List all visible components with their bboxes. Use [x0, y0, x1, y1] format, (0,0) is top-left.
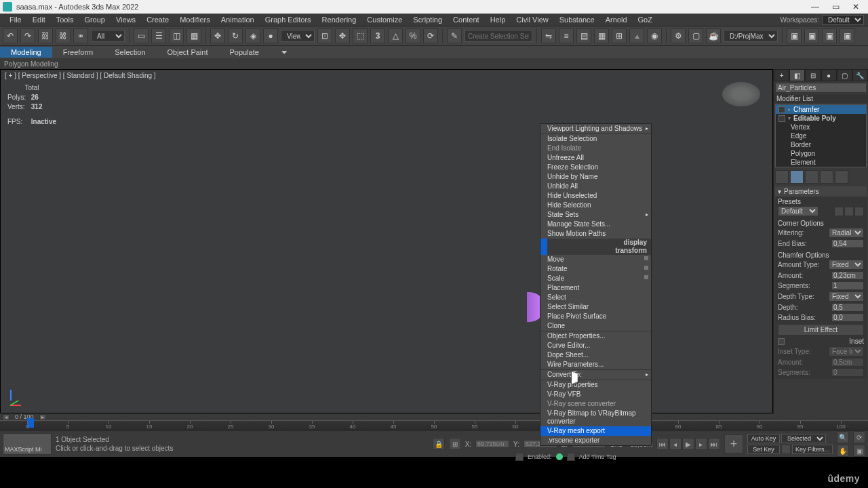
- ctx-unhide-by-name[interactable]: Unhide by Name: [540, 172, 651, 182]
- ctx-wire-params[interactable]: Wire Parameters...: [540, 360, 651, 369]
- keymode-button[interactable]: ⬚: [353, 28, 368, 43]
- extra1-button[interactable]: ▣: [787, 28, 802, 43]
- mitering-select[interactable]: Radial: [829, 228, 864, 238]
- ctx-curve-editor[interactable]: Curve Editor...: [540, 341, 651, 350]
- ctx-isolate[interactable]: Isolate Selection: [540, 134, 651, 144]
- select-button[interactable]: ▭: [134, 28, 149, 43]
- rbias-input[interactable]: [831, 313, 864, 322]
- menu-edit[interactable]: Edit: [27, 16, 51, 24]
- percent-snap-button[interactable]: %: [406, 28, 420, 43]
- ctx-vray-vfb[interactable]: V-Ray VFB: [540, 390, 651, 399]
- play-button[interactable]: ▶: [682, 438, 694, 450]
- nav-orbit-button[interactable]: ⟳: [853, 431, 865, 443]
- ctx-viewport-lighting[interactable]: Viewport Lighting and Shadows▸: [540, 124, 651, 134]
- ribbon-tab-selection[interactable]: Selection: [104, 47, 156, 58]
- ctx-convert-to[interactable]: Convert To:▸: [540, 370, 651, 380]
- ctx-hide-selection[interactable]: Hide Selection: [540, 201, 651, 210]
- cp-motion-tab[interactable]: ●: [821, 69, 837, 81]
- menu-create[interactable]: Create: [141, 16, 174, 24]
- timetag-button[interactable]: [567, 453, 575, 461]
- bind-button[interactable]: ⚭: [73, 28, 88, 43]
- timetag-label[interactable]: Add Time Tag: [579, 453, 616, 460]
- menu-customize[interactable]: Customize: [361, 16, 408, 24]
- ctx-placement[interactable]: Placement: [540, 283, 651, 293]
- layers-button[interactable]: ▤: [576, 28, 591, 43]
- region-button[interactable]: ◫: [169, 28, 184, 43]
- next-frame-button[interactable]: ▸: [695, 438, 707, 450]
- ctx-vray-properties[interactable]: V-Ray properties: [540, 380, 651, 390]
- abs-rel-button[interactable]: ⊞: [449, 438, 461, 450]
- menu-views[interactable]: Views: [111, 16, 141, 24]
- rotate-button[interactable]: ↻: [228, 28, 243, 43]
- ctx-clone[interactable]: Clone: [540, 321, 651, 331]
- menu-civilview[interactable]: Civil View: [511, 16, 553, 24]
- ctx-place-pivot[interactable]: Place Pivot Surface: [540, 312, 651, 321]
- depthtype-select[interactable]: Fixed: [829, 291, 864, 302]
- ribbon-tab-objectpaint[interactable]: Object Paint: [157, 47, 219, 58]
- autokey-button[interactable]: Auto Key: [747, 434, 780, 443]
- preset-save[interactable]: [844, 207, 854, 216]
- ctx-rotate[interactable]: Rotate: [540, 264, 651, 274]
- schematic-button[interactable]: ⟁: [629, 28, 644, 43]
- manipulate-button[interactable]: ✥: [335, 28, 350, 43]
- menu-tools[interactable]: Tools: [51, 16, 79, 24]
- preset-select[interactable]: Default: [778, 206, 818, 216]
- ribbon-toggle[interactable]: ⏷: [270, 47, 299, 58]
- endbias-input[interactable]: [831, 239, 864, 248]
- toggle1-button[interactable]: ▦: [594, 28, 609, 43]
- cp-utilities-tab[interactable]: 🔧: [852, 69, 868, 81]
- configure-sets-button[interactable]: [835, 170, 848, 184]
- menu-content[interactable]: Content: [448, 16, 485, 24]
- select-name-button[interactable]: ☰: [151, 28, 166, 43]
- parameters-header[interactable]: ▾Parameters: [775, 186, 867, 197]
- minimize-button[interactable]: —: [806, 1, 825, 13]
- window-crossing-button[interactable]: ▦: [186, 28, 201, 43]
- maxscript-listener[interactable]: MAXScript Mi: [3, 433, 52, 455]
- menu-modifiers[interactable]: Modifiers: [174, 16, 216, 24]
- preset-del[interactable]: [854, 207, 864, 216]
- setkey-button[interactable]: Set Key: [747, 445, 780, 454]
- menu-file[interactable]: File: [4, 16, 27, 24]
- menu-arnold[interactable]: Arnold: [600, 16, 633, 24]
- unlink-button[interactable]: ⛓̸: [56, 28, 71, 43]
- ctx-unhide-all[interactable]: Unhide All: [540, 182, 651, 191]
- nav-pan-button[interactable]: ✋: [837, 445, 849, 457]
- remove-modifier-button[interactable]: [820, 170, 833, 184]
- spinner-snap-button[interactable]: ⟳: [423, 28, 438, 43]
- ctx-state-sets[interactable]: State Sets▸: [540, 210, 651, 220]
- amount-input[interactable]: [831, 271, 864, 280]
- pin-stack-button[interactable]: [775, 170, 789, 184]
- ctx-vrscene-exporter[interactable]: .vrscene exporter: [540, 436, 651, 445]
- menu-goz[interactable]: GoZ: [633, 16, 658, 24]
- ctx-unfreeze-all[interactable]: Unfreeze All: [540, 153, 651, 163]
- render-frame-button[interactable]: ▢: [688, 28, 703, 43]
- selection-set-input[interactable]: [465, 30, 532, 42]
- redo-button[interactable]: ↷: [20, 28, 35, 43]
- menu-scripting[interactable]: Scripting: [408, 16, 448, 24]
- snap-button[interactable]: 3: [370, 28, 385, 43]
- undo-button[interactable]: ↶: [3, 28, 18, 43]
- mirror-button[interactable]: ⇋: [541, 28, 556, 43]
- ribbon-tab-modeling[interactable]: Modeling: [0, 47, 52, 58]
- angle-snap-button[interactable]: △: [388, 28, 403, 43]
- cp-create-tab[interactable]: +: [774, 69, 789, 81]
- ctx-select-similar[interactable]: Select Similar: [540, 302, 651, 312]
- prev-frame-button[interactable]: ◂: [669, 438, 682, 450]
- modifier-stack[interactable]: ▸Chamfer ▾Editable Poly Vertex Edge Bord…: [775, 104, 867, 167]
- viewport[interactable]: [ + ] [ Perspective ] [ Standard ] [ Def…: [0, 69, 773, 413]
- ctx-move[interactable]: Move: [540, 255, 651, 264]
- extra2-button[interactable]: ▣: [804, 28, 819, 43]
- ctx-manage-state-sets[interactable]: Manage State Sets...: [540, 220, 651, 229]
- x-input[interactable]: [475, 440, 509, 448]
- limit-effect-button[interactable]: Limit Effect: [778, 324, 864, 336]
- menu-group[interactable]: Group: [79, 16, 111, 24]
- editselset-button[interactable]: ✎: [447, 28, 462, 43]
- inset-check[interactable]: [778, 338, 785, 345]
- time-next[interactable]: ▸: [39, 414, 46, 420]
- ctx-dope-sheet[interactable]: Dope Sheet...: [540, 350, 651, 360]
- extra4-button[interactable]: ▣: [840, 28, 854, 43]
- render-button[interactable]: ☕: [706, 28, 721, 43]
- keymode-select[interactable]: Selected: [781, 434, 826, 443]
- menu-animation[interactable]: Animation: [216, 16, 260, 24]
- show-end-result-button[interactable]: [790, 170, 804, 184]
